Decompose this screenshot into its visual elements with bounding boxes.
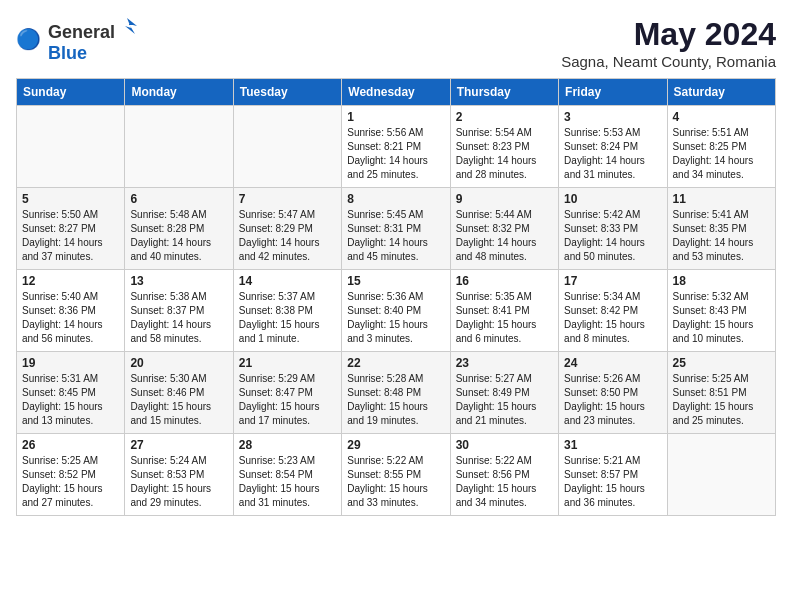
day-info: Sunrise: 5:22 AM Sunset: 8:55 PM Dayligh… xyxy=(347,454,444,510)
day-number: 31 xyxy=(564,438,661,452)
calendar-cell: 9Sunrise: 5:44 AM Sunset: 8:32 PM Daylig… xyxy=(450,188,558,270)
day-info: Sunrise: 5:45 AM Sunset: 8:31 PM Dayligh… xyxy=(347,208,444,264)
col-friday: Friday xyxy=(559,79,667,106)
day-info: Sunrise: 5:37 AM Sunset: 8:38 PM Dayligh… xyxy=(239,290,336,346)
calendar-cell: 23Sunrise: 5:27 AM Sunset: 8:49 PM Dayli… xyxy=(450,352,558,434)
day-number: 20 xyxy=(130,356,227,370)
calendar-cell: 16Sunrise: 5:35 AM Sunset: 8:41 PM Dayli… xyxy=(450,270,558,352)
calendar-cell: 22Sunrise: 5:28 AM Sunset: 8:48 PM Dayli… xyxy=(342,352,450,434)
calendar-cell: 7Sunrise: 5:47 AM Sunset: 8:29 PM Daylig… xyxy=(233,188,341,270)
calendar-cell xyxy=(667,434,775,516)
day-number: 24 xyxy=(564,356,661,370)
logo-icon: 🔵 xyxy=(16,26,44,54)
calendar-cell: 3Sunrise: 5:53 AM Sunset: 8:24 PM Daylig… xyxy=(559,106,667,188)
calendar-cell: 4Sunrise: 5:51 AM Sunset: 8:25 PM Daylig… xyxy=(667,106,775,188)
calendar-cell: 28Sunrise: 5:23 AM Sunset: 8:54 PM Dayli… xyxy=(233,434,341,516)
calendar-cell xyxy=(125,106,233,188)
calendar-cell: 14Sunrise: 5:37 AM Sunset: 8:38 PM Dayli… xyxy=(233,270,341,352)
calendar-cell: 2Sunrise: 5:54 AM Sunset: 8:23 PM Daylig… xyxy=(450,106,558,188)
location-title: Sagna, Neamt County, Romania xyxy=(561,53,776,70)
day-number: 8 xyxy=(347,192,444,206)
calendar-cell: 17Sunrise: 5:34 AM Sunset: 8:42 PM Dayli… xyxy=(559,270,667,352)
day-info: Sunrise: 5:21 AM Sunset: 8:57 PM Dayligh… xyxy=(564,454,661,510)
calendar-cell: 25Sunrise: 5:25 AM Sunset: 8:51 PM Dayli… xyxy=(667,352,775,434)
day-info: Sunrise: 5:26 AM Sunset: 8:50 PM Dayligh… xyxy=(564,372,661,428)
logo-blue: Blue xyxy=(48,43,87,63)
day-info: Sunrise: 5:35 AM Sunset: 8:41 PM Dayligh… xyxy=(456,290,553,346)
day-info: Sunrise: 5:44 AM Sunset: 8:32 PM Dayligh… xyxy=(456,208,553,264)
day-number: 25 xyxy=(673,356,770,370)
day-number: 17 xyxy=(564,274,661,288)
calendar-cell: 18Sunrise: 5:32 AM Sunset: 8:43 PM Dayli… xyxy=(667,270,775,352)
day-info: Sunrise: 5:42 AM Sunset: 8:33 PM Dayligh… xyxy=(564,208,661,264)
day-number: 1 xyxy=(347,110,444,124)
day-info: Sunrise: 5:32 AM Sunset: 8:43 PM Dayligh… xyxy=(673,290,770,346)
calendar-body: 1Sunrise: 5:56 AM Sunset: 8:21 PM Daylig… xyxy=(17,106,776,516)
calendar-cell: 6Sunrise: 5:48 AM Sunset: 8:28 PM Daylig… xyxy=(125,188,233,270)
day-info: Sunrise: 5:38 AM Sunset: 8:37 PM Dayligh… xyxy=(130,290,227,346)
day-info: Sunrise: 5:54 AM Sunset: 8:23 PM Dayligh… xyxy=(456,126,553,182)
calendar-cell: 8Sunrise: 5:45 AM Sunset: 8:31 PM Daylig… xyxy=(342,188,450,270)
day-number: 9 xyxy=(456,192,553,206)
day-info: Sunrise: 5:56 AM Sunset: 8:21 PM Dayligh… xyxy=(347,126,444,182)
day-info: Sunrise: 5:34 AM Sunset: 8:42 PM Dayligh… xyxy=(564,290,661,346)
day-info: Sunrise: 5:25 AM Sunset: 8:51 PM Dayligh… xyxy=(673,372,770,428)
day-info: Sunrise: 5:22 AM Sunset: 8:56 PM Dayligh… xyxy=(456,454,553,510)
calendar-cell: 19Sunrise: 5:31 AM Sunset: 8:45 PM Dayli… xyxy=(17,352,125,434)
calendar-cell: 10Sunrise: 5:42 AM Sunset: 8:33 PM Dayli… xyxy=(559,188,667,270)
day-number: 29 xyxy=(347,438,444,452)
header-row: Sunday Monday Tuesday Wednesday Thursday… xyxy=(17,79,776,106)
day-info: Sunrise: 5:40 AM Sunset: 8:36 PM Dayligh… xyxy=(22,290,119,346)
day-number: 22 xyxy=(347,356,444,370)
day-info: Sunrise: 5:47 AM Sunset: 8:29 PM Dayligh… xyxy=(239,208,336,264)
day-info: Sunrise: 5:27 AM Sunset: 8:49 PM Dayligh… xyxy=(456,372,553,428)
calendar-cell: 29Sunrise: 5:22 AM Sunset: 8:55 PM Dayli… xyxy=(342,434,450,516)
day-info: Sunrise: 5:50 AM Sunset: 8:27 PM Dayligh… xyxy=(22,208,119,264)
day-number: 27 xyxy=(130,438,227,452)
day-info: Sunrise: 5:41 AM Sunset: 8:35 PM Dayligh… xyxy=(673,208,770,264)
calendar-cell xyxy=(17,106,125,188)
col-thursday: Thursday xyxy=(450,79,558,106)
calendar-cell: 5Sunrise: 5:50 AM Sunset: 8:27 PM Daylig… xyxy=(17,188,125,270)
week-row-4: 19Sunrise: 5:31 AM Sunset: 8:45 PM Dayli… xyxy=(17,352,776,434)
calendar-cell: 20Sunrise: 5:30 AM Sunset: 8:46 PM Dayli… xyxy=(125,352,233,434)
day-info: Sunrise: 5:36 AM Sunset: 8:40 PM Dayligh… xyxy=(347,290,444,346)
calendar-cell: 26Sunrise: 5:25 AM Sunset: 8:52 PM Dayli… xyxy=(17,434,125,516)
day-info: Sunrise: 5:53 AM Sunset: 8:24 PM Dayligh… xyxy=(564,126,661,182)
col-tuesday: Tuesday xyxy=(233,79,341,106)
day-info: Sunrise: 5:23 AM Sunset: 8:54 PM Dayligh… xyxy=(239,454,336,510)
day-number: 30 xyxy=(456,438,553,452)
logo: 🔵 General Blue xyxy=(16,16,137,64)
day-number: 23 xyxy=(456,356,553,370)
day-number: 10 xyxy=(564,192,661,206)
calendar-cell: 11Sunrise: 5:41 AM Sunset: 8:35 PM Dayli… xyxy=(667,188,775,270)
logo-text: General Blue xyxy=(48,16,137,64)
col-monday: Monday xyxy=(125,79,233,106)
logo-general: General xyxy=(48,22,115,43)
calendar-cell: 24Sunrise: 5:26 AM Sunset: 8:50 PM Dayli… xyxy=(559,352,667,434)
day-info: Sunrise: 5:28 AM Sunset: 8:48 PM Dayligh… xyxy=(347,372,444,428)
calendar-cell: 27Sunrise: 5:24 AM Sunset: 8:53 PM Dayli… xyxy=(125,434,233,516)
day-number: 19 xyxy=(22,356,119,370)
day-number: 5 xyxy=(22,192,119,206)
week-row-2: 5Sunrise: 5:50 AM Sunset: 8:27 PM Daylig… xyxy=(17,188,776,270)
week-row-3: 12Sunrise: 5:40 AM Sunset: 8:36 PM Dayli… xyxy=(17,270,776,352)
day-info: Sunrise: 5:48 AM Sunset: 8:28 PM Dayligh… xyxy=(130,208,227,264)
calendar-cell: 1Sunrise: 5:56 AM Sunset: 8:21 PM Daylig… xyxy=(342,106,450,188)
calendar-cell: 30Sunrise: 5:22 AM Sunset: 8:56 PM Dayli… xyxy=(450,434,558,516)
day-number: 11 xyxy=(673,192,770,206)
day-number: 26 xyxy=(22,438,119,452)
calendar-cell: 13Sunrise: 5:38 AM Sunset: 8:37 PM Dayli… xyxy=(125,270,233,352)
month-title: May 2024 xyxy=(561,16,776,53)
day-number: 16 xyxy=(456,274,553,288)
day-number: 12 xyxy=(22,274,119,288)
svg-text:🔵: 🔵 xyxy=(16,27,41,51)
day-number: 7 xyxy=(239,192,336,206)
day-number: 21 xyxy=(239,356,336,370)
calendar-table: Sunday Monday Tuesday Wednesday Thursday… xyxy=(16,78,776,516)
logo-bird-icon xyxy=(117,16,137,38)
day-number: 18 xyxy=(673,274,770,288)
day-number: 3 xyxy=(564,110,661,124)
day-info: Sunrise: 5:29 AM Sunset: 8:47 PM Dayligh… xyxy=(239,372,336,428)
col-wednesday: Wednesday xyxy=(342,79,450,106)
